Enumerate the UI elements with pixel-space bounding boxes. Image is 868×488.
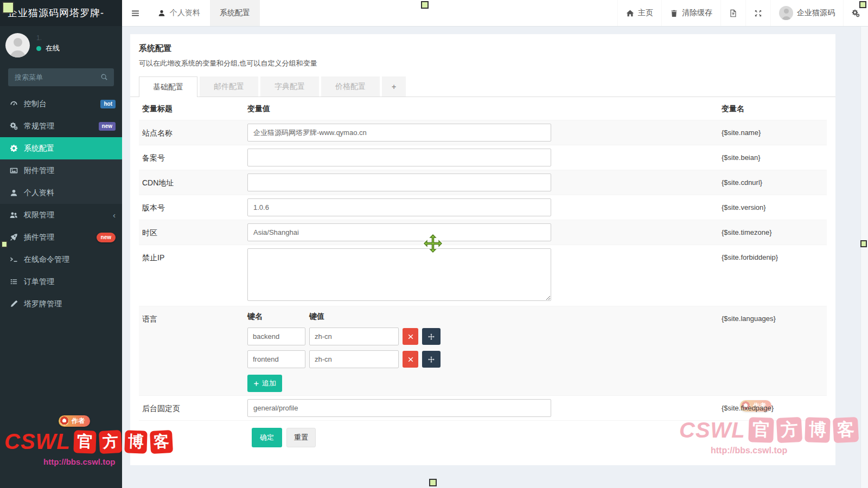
fullscreen-button[interactable] — [745, 0, 770, 26]
annotation-marker — [421, 1, 429, 9]
annotation-marker — [859, 1, 866, 8]
sidebar-item-command[interactable]: 在线命令管理 — [0, 248, 122, 271]
gears-icon — [852, 9, 860, 17]
new-badge: new — [97, 233, 116, 242]
table-row-timezone: 时区 {$site.timezone} — [139, 220, 827, 245]
sitename-input[interactable] — [247, 124, 551, 142]
lang-key-input[interactable] — [247, 350, 305, 368]
sidebar-item-general[interactable]: 常规管理 new — [0, 115, 122, 137]
tab-profile[interactable]: 个人资料 — [148, 0, 210, 26]
timezone-input[interactable] — [247, 223, 551, 241]
pen-icon — [10, 300, 18, 308]
image-icon — [10, 166, 18, 175]
sidebar-toggle-button[interactable] — [122, 0, 148, 26]
reset-button[interactable]: 重置 — [286, 428, 316, 447]
kv-row-frontend — [247, 350, 722, 368]
annotation-marker — [1, 241, 8, 248]
version-input[interactable] — [247, 198, 551, 216]
table-row-cdnurl: CDN地址 {$site.cdnurl} — [139, 170, 827, 195]
append-button[interactable]: 追加 — [247, 375, 282, 392]
lang-key-input[interactable] — [247, 328, 305, 345]
sidebar-user-status: 在线 — [36, 43, 60, 53]
config-panel: 系统配置 可以在此增改系统的变量和分组,也可以自定义分组和变量 基础配置 邮件配… — [130, 34, 835, 465]
forbiddenip-textarea[interactable] — [247, 248, 551, 301]
fixedpage-input[interactable] — [247, 399, 551, 417]
fullscreen-icon — [754, 9, 762, 17]
gauge-icon — [10, 100, 18, 108]
remove-row-button[interactable] — [403, 328, 418, 345]
annotation-marker — [429, 479, 437, 486]
chevron-left-icon: ‹ — [113, 211, 116, 219]
kv-key-header: 键名 — [247, 312, 309, 322]
sidebar-search-input[interactable] — [8, 68, 114, 86]
table-row-beian: 备案号 {$site.beian} — [139, 145, 827, 170]
search-icon[interactable] — [100, 73, 108, 81]
add-tab-button[interactable]: + — [382, 76, 406, 97]
sidebar-user-panel: 1. 在线 — [0, 26, 122, 64]
user-menu[interactable]: 企业猫源码 — [770, 0, 843, 26]
sidebar-search — [8, 68, 114, 86]
table-row-languages: 语言 键名 键值 — [139, 306, 827, 395]
form-actions: 确定 重置 — [139, 420, 827, 454]
table-row-version: 版本号 {$site.version} — [139, 195, 827, 220]
lang-value-input[interactable] — [309, 350, 399, 368]
home-button[interactable]: 主页 — [617, 0, 661, 26]
gear-icon — [10, 144, 18, 152]
remove-row-button[interactable] — [403, 351, 418, 368]
topbar-right: 主页 清除缓存 企业猫源码 — [617, 0, 868, 26]
tab-basic-config[interactable]: 基础配置 — [139, 76, 197, 97]
kv-value-header: 键值 — [309, 312, 324, 322]
tab-mail-config[interactable]: 邮件配置 — [200, 76, 258, 97]
x-icon — [407, 333, 414, 340]
sidebar-item-tarot[interactable]: 塔罗牌管理 — [0, 293, 122, 315]
sidebar-item-attachments[interactable]: 附件管理 — [0, 159, 122, 182]
lang-value-input[interactable] — [309, 328, 399, 345]
language-button[interactable] — [720, 0, 745, 26]
language-icon — [729, 9, 737, 17]
scrollbar-track[interactable] — [860, 26, 868, 488]
sidebar-item-system-config[interactable]: 系统配置 — [0, 137, 122, 159]
plus-icon — [253, 381, 259, 387]
user-icon — [158, 9, 165, 17]
app-window: 企业猫源码网塔罗牌- 1. 在线 控制台 hot 常规管理 — [0, 0, 868, 488]
table-row-fixedpage: 后台固定页 {$site.fixedpage} — [139, 395, 827, 420]
online-dot-icon — [36, 46, 41, 51]
x-icon — [407, 356, 414, 363]
users-icon — [10, 211, 18, 219]
tab-dict-config[interactable]: 字典配置 — [260, 76, 319, 97]
clear-cache-button[interactable]: 清除缓存 — [661, 0, 720, 26]
avatar — [779, 6, 793, 20]
page-title: 系统配置 — [139, 43, 827, 54]
list-icon — [10, 278, 18, 286]
config-tabs: 基础配置 邮件配置 字典配置 价格配置 + — [130, 76, 835, 97]
terminal-icon — [10, 255, 18, 264]
page-subtitle: 可以在此增改系统的变量和分组,也可以自定义分组和变量 — [139, 59, 827, 68]
annotation-marker — [860, 240, 867, 247]
sidebar-item-orders[interactable]: 订单管理 — [0, 271, 122, 293]
rocket-icon — [10, 233, 18, 241]
move-cursor-icon — [424, 234, 442, 253]
tab-price-config[interactable]: 价格配置 — [321, 76, 380, 97]
sidebar: 企业猫源码网塔罗牌- 1. 在线 控制台 hot 常规管理 — [0, 0, 122, 488]
user-icon — [10, 189, 18, 197]
drag-row-button[interactable] — [422, 328, 441, 345]
sidebar-item-profile[interactable]: 个人资料 — [0, 182, 122, 204]
table-header-row: 变量标题 变量值 变量名 — [139, 97, 827, 120]
sidebar-avatar — [5, 33, 30, 57]
tab-system-config[interactable]: 系统配置 — [210, 0, 260, 26]
cogs-icon — [10, 122, 18, 130]
sidebar-item-addons[interactable]: 插件管理 new — [0, 226, 122, 248]
trash-icon — [670, 9, 678, 17]
topbar: 个人资料 系统配置 主页 清除缓存 企业猫源码 — [122, 0, 868, 27]
sidebar-menu: 控制台 hot 常规管理 new 系统配置 附件管理 个人资料 — [0, 93, 122, 315]
cdnurl-input[interactable] — [247, 174, 551, 191]
submit-button[interactable]: 确定 — [252, 428, 282, 447]
beian-input[interactable] — [247, 149, 551, 166]
sidebar-item-auth[interactable]: 权限管理 ‹ — [0, 204, 122, 226]
sidebar-username: 1. — [36, 34, 60, 43]
sidebar-item-dashboard[interactable]: 控制台 hot — [0, 93, 122, 115]
new-badge: new — [99, 122, 116, 131]
kv-row-backend — [247, 328, 722, 345]
drag-row-button[interactable] — [422, 351, 441, 368]
home-icon — [626, 9, 634, 17]
